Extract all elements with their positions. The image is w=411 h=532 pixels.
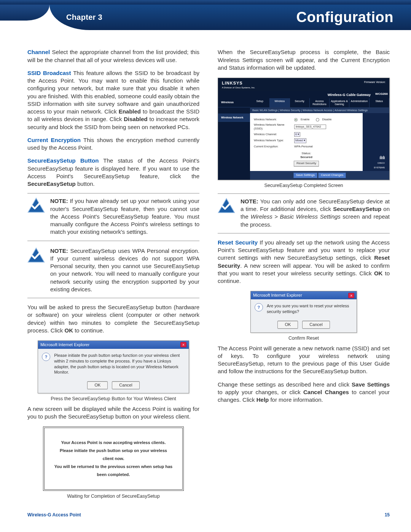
figure-caption: SecureEasySetup Completed Screen: [218, 182, 390, 189]
save-settings-button[interactable]: Save Settings: [293, 173, 317, 178]
header-bar: Chapter 3 Configuration: [49, 5, 411, 30]
para-channel: Channel Select the appropriate channel f…: [27, 48, 199, 64]
dialog-title: Microsoft Internet Explorer: [253, 292, 302, 298]
para-waiting: A new screen will be displayed while the…: [27, 405, 199, 421]
para-generate: The Access Point will generate a new net…: [218, 345, 390, 375]
chapter-label: Chapter 3: [66, 12, 102, 22]
term-encryption: Current Encryption: [27, 137, 81, 143]
para-press-button: You will be asked to press the SecureEas…: [27, 304, 199, 334]
ok-button[interactable]: OK: [87, 381, 108, 389]
question-icon: ?: [42, 353, 50, 361]
note-1: NOTE: If you have already set up your ne…: [27, 193, 199, 241]
dialog-titlebar: Microsoft Internet Explorer ×: [38, 341, 189, 349]
ssid-input[interactable]: linksys_SES_47042: [294, 125, 326, 129]
term-ses: SecureEasySetup Button: [27, 157, 99, 164]
top-band: [0, 0, 411, 5]
tab-setup[interactable]: Setup: [250, 98, 270, 107]
footer-page-number: 15: [385, 512, 390, 518]
svg-marker-0: [28, 198, 44, 212]
cancel-button[interactable]: Cancel: [112, 381, 139, 389]
para-reset-security: Reset Security If you already set up the…: [218, 239, 390, 285]
channel-select[interactable]: 6 ▾: [294, 132, 300, 137]
para-save-settings: Change these settings as described here …: [218, 381, 390, 404]
note-1-text: NOTE: If you have already set up your ne…: [50, 197, 199, 236]
dialog-title: Microsoft Internet Explorer: [40, 342, 89, 348]
tab-security[interactable]: Security: [290, 98, 310, 107]
content-columns: Channel Select the appropriate channel f…: [0, 30, 411, 510]
linksys-admin-screenshot: LINKSYS A Division of Cisco Systems, Inc…: [218, 78, 390, 180]
tab-access[interactable]: Access Restrictions: [310, 98, 330, 107]
term-ssid: SSID Broadcast: [27, 70, 71, 76]
dialog-titlebar: Microsoft Internet Explorer ×: [251, 291, 357, 299]
right-column: When the SecureEasySetup process is comp…: [218, 48, 390, 503]
svg-marker-2: [218, 198, 234, 212]
figure-caption: Waiting for Completion of SecureEasySetu…: [43, 493, 184, 500]
close-icon[interactable]: ×: [348, 293, 354, 298]
page-title: Configuration: [296, 8, 393, 27]
note-3: NOTE: You can only add one SecureEasySet…: [218, 193, 390, 233]
ok-button[interactable]: OK: [277, 321, 298, 329]
linksys-tabs: Setup Wireless Security Access Restricti…: [250, 98, 389, 107]
svg-marker-1: [28, 248, 44, 262]
radio-enable[interactable]: [294, 118, 298, 121]
figure-press-ses: Microsoft Internet Explorer × ? Please i…: [38, 340, 189, 402]
close-icon[interactable]: ×: [180, 342, 186, 347]
linksys-logo: LINKSYS: [222, 80, 255, 86]
check-triangle-icon: [27, 247, 45, 263]
question-icon: ?: [255, 303, 263, 312]
figure-caption: Press the SecureEasySetup Button for You…: [38, 396, 189, 402]
para-complete: When the SecureEasySetup process is comp…: [218, 48, 390, 72]
footer-product: Wireless-G Access Point: [27, 512, 81, 518]
check-triangle-icon: [27, 197, 45, 213]
dialog-message: Please initiate the push button setup fu…: [54, 353, 185, 375]
reset-security-button[interactable]: Reset Security: [294, 161, 319, 166]
term-channel: Channel: [27, 49, 50, 55]
dialog-message: Are you sure you want to reset your wire…: [267, 303, 353, 315]
waiting-box: Your Access Point is now accepting wirel…: [43, 427, 184, 490]
para-ssid: SSID Broadcast This feature allows the S…: [27, 69, 199, 131]
page-footer: Wireless-G Access Point 15: [0, 510, 411, 532]
para-ses-button: SecureEasySetup Button The status of the…: [27, 157, 199, 188]
figure-confirm-reset: Microsoft Internet Explorer × ? Are you …: [250, 291, 357, 341]
cisco-logo: ılıılıCISCO SYSTEMS: [364, 155, 388, 169]
figure-linksys-screen: LINKSYS A Division of Cisco Systems, Inc…: [218, 78, 390, 189]
cancel-changes-button[interactable]: Cancel Changes: [318, 173, 346, 178]
ie-dialog-2: Microsoft Internet Explorer × ? Are you …: [250, 291, 357, 332]
radio-disable[interactable]: [316, 118, 319, 121]
figure-caption: Confirm Reset: [250, 335, 357, 342]
cancel-button[interactable]: Cancel: [302, 321, 330, 329]
ie-dialog-1: Microsoft Internet Explorer × ? Please i…: [38, 340, 189, 393]
tab-status[interactable]: Status: [370, 98, 389, 107]
figure-waiting: Your Access Point is now accepting wirel…: [43, 427, 184, 499]
sidebar-wireless: Wireless: [218, 98, 250, 107]
note-2-text: NOTE: SecureEasySetup uses WPA Personal …: [50, 247, 199, 294]
term-reset: Reset Security: [218, 239, 258, 246]
tab-apps[interactable]: Applications & Gaming: [330, 98, 349, 107]
tab-admin[interactable]: Administration: [349, 98, 369, 107]
note-2: NOTE: SecureEasySetup uses WPA Personal …: [27, 246, 199, 299]
tab-wireless[interactable]: Wireless: [270, 98, 290, 107]
left-column: Channel Select the appropriate channel f…: [27, 48, 199, 503]
para-encryption: Current Encryption This shows the encryp…: [27, 136, 199, 152]
check-triangle-icon: [218, 198, 235, 214]
note-3-text: NOTE: You can only add one SecureEasySet…: [241, 198, 390, 228]
type-select[interactable]: Mixed ▾: [294, 138, 306, 143]
